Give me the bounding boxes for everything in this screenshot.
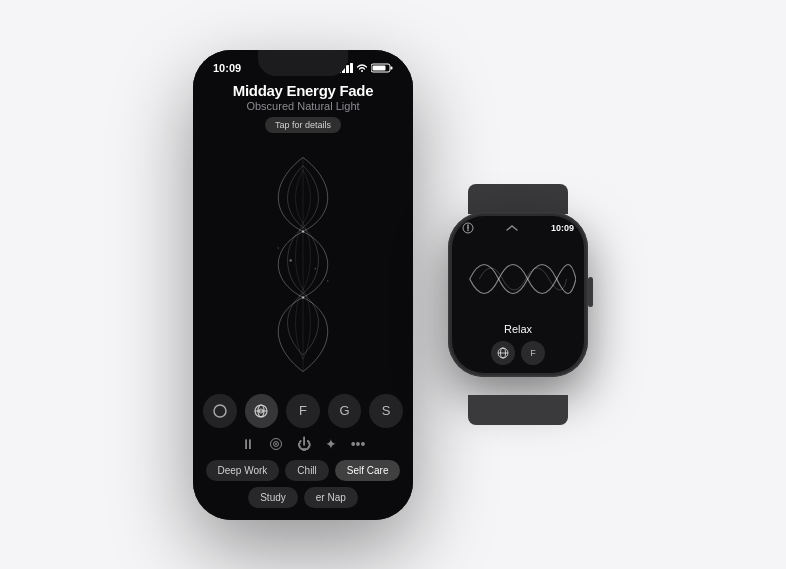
svg-point-10 xyxy=(302,230,304,232)
circle-icon xyxy=(213,404,227,418)
self-care-tab[interactable]: Self Care xyxy=(335,460,401,481)
iphone-visualization xyxy=(193,141,413,388)
target-svg xyxy=(269,437,283,451)
svg-point-12 xyxy=(277,247,279,249)
watch-controls: F xyxy=(452,337,584,373)
nap-tab[interactable]: er Nap xyxy=(304,487,358,508)
iphone-time: 10:09 xyxy=(213,62,241,74)
svg-point-13 xyxy=(327,280,329,282)
watch-status-bar: 10:09 xyxy=(452,216,584,236)
power-icon[interactable]: ⏻ xyxy=(297,436,311,452)
ctrl-icon-s[interactable]: S xyxy=(369,394,403,428)
watch-band-bottom xyxy=(468,395,568,425)
iphone-screen: 10:09 xyxy=(193,50,413,520)
watch-notification-icon xyxy=(462,222,474,234)
brightness-icon[interactable]: ✦ xyxy=(325,436,337,452)
chill-tab[interactable]: Chill xyxy=(285,460,328,481)
watch-band-top xyxy=(468,184,568,214)
control-row-2: ⏸ ⏻ ✦ ••• xyxy=(203,436,403,452)
iphone-header: Midday Energy Fade Obscured Natural Ligh… xyxy=(193,78,413,141)
scene: 10:09 xyxy=(193,50,593,520)
svg-point-24 xyxy=(467,230,469,232)
watch-f-label: F xyxy=(530,348,536,358)
svg-point-8 xyxy=(289,259,291,261)
svg-rect-3 xyxy=(350,63,353,73)
battery-icon xyxy=(371,63,393,73)
watch-time: 10:09 xyxy=(551,223,574,233)
f-label: F xyxy=(299,403,307,418)
svg-point-9 xyxy=(315,267,317,269)
target-icon[interactable] xyxy=(269,436,283,452)
pause-icon[interactable]: ⏸ xyxy=(241,436,255,452)
watch-ctrl-f[interactable]: F xyxy=(521,341,545,365)
ctrl-icon-circle[interactable] xyxy=(203,394,237,428)
study-tab[interactable]: Study xyxy=(248,487,298,508)
iphone-subtitle: Obscured Natural Light xyxy=(213,100,393,112)
ctrl-icon-f[interactable]: F xyxy=(286,394,320,428)
ctrl-icon-g[interactable]: G xyxy=(328,394,362,428)
iphone-notch xyxy=(258,50,348,76)
watch-arrow-icon xyxy=(505,224,519,232)
iphone: 10:09 xyxy=(193,50,413,520)
wifi-icon xyxy=(357,63,367,73)
svg-rect-5 xyxy=(391,66,393,69)
viz-svg xyxy=(193,141,413,388)
svg-point-21 xyxy=(275,443,277,445)
iphone-title: Midday Energy Fade xyxy=(213,82,393,99)
apple-watch: 10:09 Relax xyxy=(443,212,593,397)
watch-web-icon xyxy=(497,347,509,359)
watch-viz-svg xyxy=(460,249,576,309)
watch-crown xyxy=(588,277,593,307)
ctrl-icon-web[interactable] xyxy=(245,394,279,428)
tap-for-details-button[interactable]: Tap for details xyxy=(265,117,341,133)
control-row-bottom: Study er Nap xyxy=(203,487,403,508)
more-icon[interactable]: ••• xyxy=(351,436,366,452)
svg-point-11 xyxy=(302,296,304,298)
g-label: G xyxy=(340,403,350,418)
s-label: S xyxy=(382,403,391,418)
deep-work-tab[interactable]: Deep Work xyxy=(206,460,280,481)
control-row-tabs: Deep Work Chill Self Care xyxy=(203,460,403,481)
svg-rect-6 xyxy=(373,65,386,70)
watch-visualization xyxy=(452,236,584,321)
watch-label: Relax xyxy=(452,321,584,337)
watch-screen: 10:09 Relax xyxy=(452,216,584,373)
web-icon xyxy=(253,403,269,419)
watch-body: 10:09 Relax xyxy=(448,212,588,377)
svg-point-14 xyxy=(214,405,226,417)
watch-ctrl-web[interactable] xyxy=(491,341,515,365)
control-row-1: F G S xyxy=(203,394,403,428)
iphone-controls: F G S ⏸ xyxy=(193,388,413,520)
svg-rect-2 xyxy=(346,65,349,73)
